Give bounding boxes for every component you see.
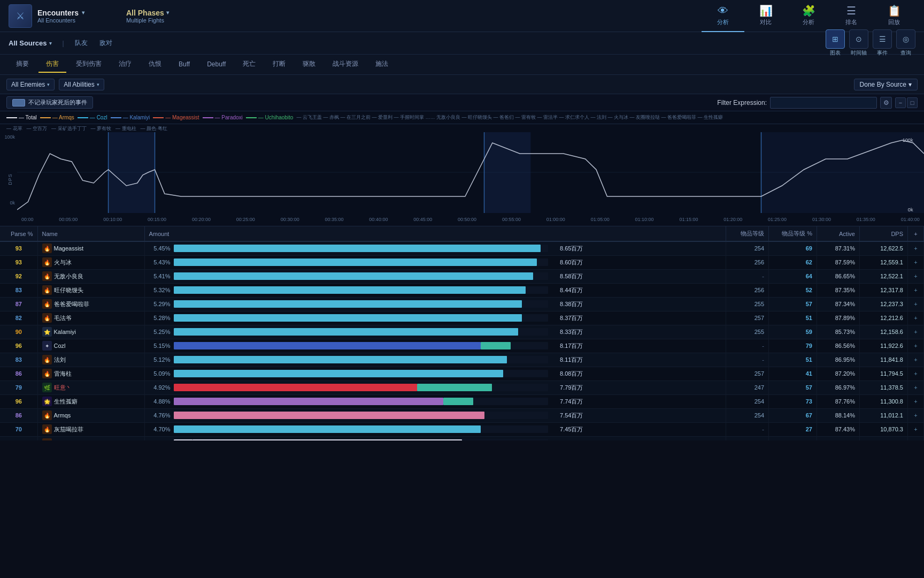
table-row[interactable]: 79 🌿 旺意丶 4.92% 7.79百万 2475786.97%11,378.… [0, 381, 924, 394]
player-name[interactable]: 雷有牧 [54, 439, 72, 441]
tab-debuff[interactable]: Debuff [199, 57, 233, 72]
filter-settings-button[interactable]: ⚙ [880, 97, 892, 109]
encounter-title[interactable]: Encounters ▾ [37, 9, 84, 17]
table-row[interactable]: 83 🔥 旺仔晓馒头 5.32% 8.44百万 2565287.35%12,31… [0, 283, 924, 297]
table-row[interactable]: 94 🔥 雷有牧 4.67% 7.40百万 2546885.98%10,809.… [0, 436, 924, 440]
phase-selector[interactable]: All Phases ▾ Multiple Fights [126, 9, 169, 24]
name-cell[interactable]: 🔥 Armqs [37, 408, 144, 422]
nav-item-history[interactable]: 📋 回放 [873, 0, 915, 32]
expand-row-button[interactable]: + [908, 311, 924, 325]
tab-buff[interactable]: Buff [171, 57, 197, 72]
maximize-button[interactable]: □ [907, 97, 918, 108]
minimize-button[interactable]: − [895, 97, 906, 108]
name-cell[interactable]: 🔥 无敌小良良 [37, 269, 144, 283]
name-cell[interactable]: 🌿 旺意丶 [37, 381, 144, 394]
expand-row-button[interactable]: + [908, 353, 924, 367]
table-row[interactable]: 90 ⭐ Kalamiyi 5.25% 8.33百万 2555985.73%12… [0, 325, 924, 339]
expand-row-button[interactable]: + [908, 394, 924, 408]
events-icon[interactable]: ☰ [873, 29, 892, 49]
player-name[interactable]: 法刘 [54, 356, 66, 364]
player-name[interactable]: Mageassist [54, 245, 84, 252]
name-cell[interactable]: 🔥 旺仔晓馒头 [37, 283, 144, 297]
tab-interrupt[interactable]: 打断 [265, 56, 293, 73]
tab-death[interactable]: 死亡 [235, 56, 263, 73]
player-name[interactable]: Kalamiyi [54, 329, 76, 335]
expand-row-button[interactable]: + [908, 381, 924, 394]
table-row[interactable]: 93 🔥 火与冰 5.43% 8.60百万 2566287.59%12,559.… [0, 255, 924, 269]
all-enemies-button[interactable]: All Enemies ▾ [6, 79, 55, 90]
nav-item-analysis2[interactable]: 🧩 分析 [787, 0, 830, 32]
nav-item-compare[interactable]: 📊 对比 [744, 0, 787, 32]
timeline-icon[interactable]: ⊙ [849, 29, 868, 49]
tab-dispel[interactable]: 驱散 [295, 56, 323, 73]
tab-healing[interactable]: 治疗 [111, 56, 139, 73]
table-row[interactable]: 86 🔥 Armqs 4.76% 7.54百万 2546788.14%11,01… [0, 408, 924, 422]
name-cell[interactable]: 🔥 爸爸爱喝啦菲 [37, 297, 144, 311]
nav-item-ranking[interactable]: ☰ 排名 [830, 0, 873, 32]
player-name[interactable]: 雷海柱 [54, 370, 72, 378]
source-selector[interactable]: All Sources ▾ [9, 39, 52, 47]
tab-received[interactable]: 受到伤害 [68, 56, 109, 73]
expand-row-button[interactable]: + [908, 436, 924, 440]
tab-hatred[interactable]: 仇恨 [141, 56, 169, 73]
name-cell[interactable]: 🔥 雷有牧 [37, 436, 144, 440]
table-row[interactable]: 86 🔥 雷海柱 5.09% 8.08百万 2574187.20%11,794.… [0, 367, 924, 381]
all-abilities-button[interactable]: All Abilities ▾ [59, 79, 104, 90]
expand-row-button[interactable]: + [908, 422, 924, 436]
source-dropdown-icon[interactable]: ▾ [49, 41, 52, 46]
phase-title[interactable]: All Phases ▾ [126, 9, 169, 17]
player-name[interactable]: Cozl [54, 343, 66, 349]
name-cell[interactable]: 🔥 毛法爷 [37, 311, 144, 325]
filter-expression-input[interactable] [770, 97, 877, 109]
table-row[interactable]: 70 🔥 灰茄喝拉菲 4.70% 7.45百万 -2787.43%10,870.… [0, 422, 924, 436]
query-icon[interactable]: ◎ [896, 29, 915, 49]
name-cell[interactable]: 🔥 法刘 [37, 353, 144, 367]
name-cell[interactable]: 🔥 雷海柱 [37, 367, 144, 381]
expand-row-button[interactable]: + [908, 367, 924, 381]
toggle-checkbox[interactable] [12, 99, 25, 107]
expand-row-button[interactable]: + [908, 255, 924, 269]
name-cell[interactable]: 🌟 生性孤癖 [37, 394, 144, 408]
events-view-btn[interactable]: ☰ 事件 [873, 29, 892, 57]
chart-view-btn[interactable]: ⊞ 图表 [826, 29, 845, 57]
phase-dropdown-icon[interactable]: ▾ [166, 10, 169, 16]
player-name[interactable]: 爸爸爱喝啦菲 [54, 300, 89, 308]
player-name[interactable]: 毛法爷 [54, 314, 72, 322]
table-row[interactable]: 82 🔥 毛法爷 5.28% 8.37百万 2575187.89%12,212.… [0, 311, 924, 325]
timeline-view-btn[interactable]: ⊙ 时间轴 [849, 29, 868, 57]
table-row[interactable]: 83 🔥 法刘 5.12% 8.11百万 -5186.95%11,841.8+ [0, 353, 924, 367]
player-name[interactable]: Armqs [54, 412, 71, 419]
table-row[interactable]: 96 🌟 生性孤癖 4.88% 7.74百万 2547387.76%11,300… [0, 394, 924, 408]
name-cell[interactable]: 🔥 火与冰 [37, 255, 144, 269]
player-name[interactable]: 旺意丶 [54, 384, 72, 392]
name-cell[interactable]: ⭐ Kalamiyi [37, 325, 144, 339]
encounter-dropdown-icon[interactable]: ▾ [82, 10, 84, 16]
player-name[interactable]: 灰茄喝拉菲 [54, 425, 83, 434]
player-name[interactable]: 无敌小良良 [54, 272, 83, 280]
name-cell[interactable]: ✦ Cozl [37, 339, 144, 353]
expand-row-button[interactable]: + [908, 408, 924, 422]
expand-row-button[interactable]: + [908, 241, 924, 255]
player-name[interactable]: 火与冰 [54, 258, 72, 267]
player-name[interactable]: 旺仔晓馒头 [54, 286, 83, 294]
name-cell[interactable]: 🔥 Mageassist [37, 241, 144, 255]
chart-icon[interactable]: ⊞ [826, 29, 845, 49]
tab-spell[interactable]: 施法 [368, 56, 396, 73]
table-row[interactable]: 92 🔥 无敌小良良 5.41% 8.58百万 -6486.65%12,522.… [0, 269, 924, 283]
expand-row-button[interactable]: + [908, 283, 924, 297]
tab-damage[interactable]: 伤害 [38, 56, 66, 73]
query-view-btn[interactable]: ◎ 查询 [896, 29, 915, 57]
expand-row-button[interactable]: + [908, 269, 924, 283]
event-filter-button[interactable]: 不记录玩家死后的事件 [6, 96, 93, 109]
name-cell[interactable]: 🔥 灰茄喝拉菲 [37, 422, 144, 436]
tab-combat[interactable]: 战斗资源 [325, 56, 366, 73]
nav-item-analysis1[interactable]: 👁 分析 [702, 0, 744, 32]
table-row[interactable]: 93 🔥 Mageassist 5.45% 8.65百万 2546987.31%… [0, 241, 924, 255]
expand-row-button[interactable]: + [908, 325, 924, 339]
expand-row-button[interactable]: + [908, 297, 924, 311]
done-by-source-button[interactable]: Done By Source ▾ [854, 79, 918, 90]
expand-row-button[interactable]: + [908, 339, 924, 353]
tab-summary[interactable]: 摘要 [9, 56, 36, 73]
table-row[interactable]: 87 🔥 爸爸爱喝啦菲 5.29% 8.38百万 2555787.34%12,2… [0, 297, 924, 311]
table-row[interactable]: 96 ✦ Cozl 5.15% 8.17百万 -7986.56%11,922.6… [0, 339, 924, 353]
